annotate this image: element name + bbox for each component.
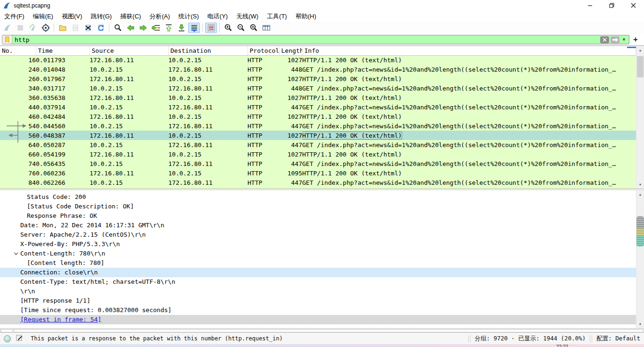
packet-row[interactable]: 56 0.048387 172.16.80.11 10.0.2.15 HTTP …: [0, 131, 636, 140]
packet-row[interactable]: 26 0.017967 172.16.80.11 10.0.2.15 HTTP …: [0, 74, 636, 83]
detail-line[interactable]: Status Code: 200: [0, 192, 636, 202]
go-top-button[interactable]: [163, 23, 174, 33]
packet-row[interactable]: 36 0.035638 172.16.80.11 10.0.2.15 HTTP …: [0, 93, 636, 102]
scroll-up-icon[interactable]: ▲: [636, 190, 644, 198]
display-filter-input[interactable]: http ▼: [2, 35, 629, 44]
packet-row[interactable]: 76 0.060236 172.16.80.11 10.0.2.15 HTTP …: [0, 168, 636, 178]
menu-item-edit[interactable]: 编辑(E): [29, 11, 58, 22]
capture-options-icon: [41, 24, 50, 32]
filter-bookmark-button[interactable]: [2, 35, 12, 44]
packet-row[interactable]: 46 0.042484 172.16.80.11 10.0.2.15 HTTP …: [0, 112, 636, 121]
detail-line[interactable]: Server: Apache/2.2.15 (CentOS)\r\n: [0, 230, 636, 240]
scrollbar-thumb-minimap[interactable]: [636, 216, 644, 247]
menu-item-wireless[interactable]: 无线(W): [232, 11, 263, 22]
go-bottom-button[interactable]: [175, 23, 187, 33]
packet-row[interactable]: 24 0.014048 10.0.2.15 172.16.80.11 HTTP …: [0, 65, 636, 74]
packet-bytes-pane[interactable]: [0, 328, 644, 332]
column-header-source[interactable]: Source: [90, 46, 168, 55]
menu-item-file[interactable]: 文件(F): [0, 11, 29, 22]
apply-arrow-icon: [612, 38, 618, 42]
capture-comment-icon[interactable]: [16, 334, 23, 343]
detail-line[interactable]: Content-Length: 780\r\n: [0, 249, 636, 258]
details-scrollbar[interactable]: ▲ ▼: [636, 190, 644, 328]
column-header-protocol[interactable]: Protocol: [248, 46, 279, 55]
go-top-icon: [165, 24, 173, 32]
restart-capture-button[interactable]: [27, 23, 39, 33]
auto-scroll-button[interactable]: [188, 23, 200, 33]
profile-selector[interactable]: 配置: Default: [596, 335, 640, 343]
detail-line[interactable]: Content-Type: text/html; charset=UTF-8\r…: [0, 277, 636, 287]
detail-line[interactable]: [Status Code Description: OK]: [0, 202, 636, 211]
go-forward-button[interactable]: [137, 23, 149, 33]
packet-row[interactable]: 54 0.044560 10.0.2.15 172.16.80.11 HTTP …: [0, 121, 636, 131]
menu-item-go[interactable]: 跳转(G): [86, 11, 116, 22]
packet-details-pane: Status Code: 200 [Status Code Descriptio…: [0, 190, 644, 328]
reload-file-icon: [97, 24, 105, 32]
detail-line[interactable]: [Content length: 780]: [0, 258, 636, 268]
start-capture-button[interactable]: [1, 23, 13, 33]
menu-item-telephony[interactable]: 电话(Y): [203, 11, 232, 22]
packet-list-scrollbar[interactable]: ▲ ▼: [636, 46, 644, 189]
column-header-no[interactable]: No.: [0, 46, 36, 55]
close-file-button[interactable]: [82, 23, 94, 33]
detail-line[interactable]: [HTTP response 1/1]: [0, 296, 636, 306]
close-file-icon: [84, 24, 92, 32]
scrollbar-thumb[interactable]: [637, 56, 644, 77]
expand-chevron-icon[interactable]: [14, 251, 20, 256]
scroll-down-icon[interactable]: ▼: [636, 181, 644, 189]
column-header-time[interactable]: Time: [36, 46, 90, 55]
filter-apply-button[interactable]: [611, 36, 619, 43]
filter-clear-button[interactable]: [600, 36, 609, 43]
colorize-icon: [207, 24, 215, 32]
scroll-up-icon[interactable]: ▲: [636, 46, 644, 54]
zoom-reset-button[interactable]: [248, 23, 259, 33]
column-header-info[interactable]: Info: [302, 46, 636, 55]
find-packet-icon: [114, 24, 122, 32]
reload-file-button[interactable]: [95, 23, 107, 33]
colorize-button[interactable]: [205, 23, 217, 33]
capture-options-button[interactable]: [40, 23, 51, 33]
zoom-out-button[interactable]: [235, 23, 247, 33]
detail-line[interactable]: Date: Mon, 22 Dec 2014 16:17:31 GMT\r\n: [0, 221, 636, 230]
packet-row[interactable]: 16 0.011793 172.16.80.11 10.0.2.15 HTTP …: [0, 55, 636, 65]
save-file-button[interactable]: 010: [69, 23, 81, 33]
packet-row[interactable]: 84 0.062266 10.0.2.15 172.16.80.11 HTTP …: [0, 178, 636, 187]
detail-line[interactable]: [Request in frame: 54]: [0, 315, 636, 324]
scroll-down-icon[interactable]: ▼: [636, 320, 644, 328]
expert-info-icon[interactable]: [4, 335, 11, 342]
go-to-packet-button[interactable]: [150, 23, 162, 33]
packet-row[interactable]: 66 0.054199 172.16.80.11 10.0.2.15 HTTP …: [0, 149, 636, 159]
open-file-button[interactable]: [57, 23, 68, 33]
packet-row[interactable]: 74 0.056435 10.0.2.15 172.16.80.11 HTTP …: [0, 159, 636, 168]
column-header-destination[interactable]: Destination: [168, 46, 248, 55]
resize-columns-button[interactable]: [260, 23, 272, 33]
packet-row[interactable]: 44 0.037914 10.0.2.15 172.16.80.11 HTTP …: [0, 102, 636, 112]
zoom-in-button[interactable]: [222, 23, 234, 33]
minimize-button[interactable]: [579, 0, 601, 11]
detail-line[interactable]: Connection: close\r\n: [0, 268, 636, 277]
detail-line[interactable]: \r\n: [0, 287, 636, 296]
go-back-icon: [126, 24, 135, 32]
packet-row[interactable]: 34 0.031717 10.0.2.15 172.16.80.11 HTTP …: [0, 83, 636, 93]
filter-dropdown-caret-icon[interactable]: ▼: [622, 37, 626, 42]
restore-button[interactable]: [601, 0, 622, 11]
menu-item-view[interactable]: 视图(V): [58, 11, 86, 22]
start-capture-icon: [3, 24, 12, 32]
go-back-button[interactable]: [124, 23, 136, 33]
filter-add-button[interactable]: +: [629, 35, 642, 44]
stop-capture-button[interactable]: [14, 23, 26, 33]
go-bottom-icon: [177, 24, 186, 32]
detail-line[interactable]: Response Phrase: OK: [0, 211, 636, 221]
menu-item-statistics[interactable]: 统计(S): [174, 11, 203, 22]
detail-line[interactable]: [Time since request: 0.003827000 seconds…: [0, 306, 636, 315]
menu-item-capture[interactable]: 捕获(C): [116, 11, 145, 22]
menu-item-analyze[interactable]: 分析(A): [145, 11, 174, 22]
close-button[interactable]: [622, 0, 644, 11]
column-header-length[interactable]: Length: [279, 46, 302, 55]
menu-item-help[interactable]: 帮助(H): [291, 11, 321, 22]
menu-item-tools[interactable]: 工具(T): [263, 11, 291, 22]
filter-value[interactable]: http: [12, 36, 600, 43]
find-packet-button[interactable]: [112, 23, 124, 33]
packet-row[interactable]: 64 0.050287 10.0.2.15 172.16.80.11 HTTP …: [0, 140, 636, 149]
detail-line[interactable]: X-Powered-By: PHP/5.3.3\r\n: [0, 240, 636, 249]
